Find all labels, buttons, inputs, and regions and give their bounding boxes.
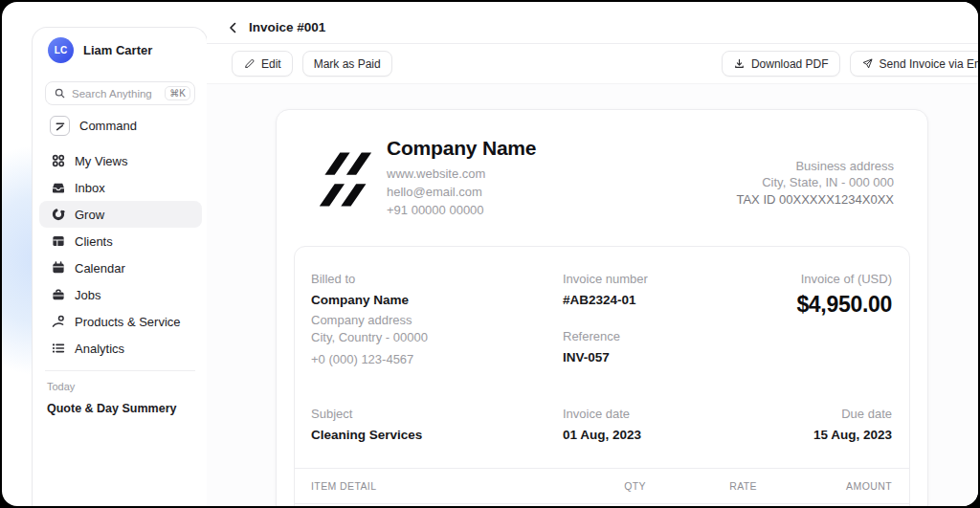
subject-value: Cleaning Services	[311, 428, 563, 442]
sidebar-item-grow[interactable]: Grow	[39, 201, 202, 228]
billed-to-block: Billed to Company Name Company address C…	[311, 272, 563, 368]
invoice-number-block: Invoice number #AB2324-01 Reference INV-…	[563, 272, 672, 368]
search-input[interactable]: Search Anything ⌘K	[45, 81, 195, 105]
due-date-value: 15 Aug, 2023	[672, 428, 892, 442]
sidebar-item-label: Clients	[75, 234, 113, 249]
sidebar-item-quote-day-summery[interactable]: Quote & Day Summery	[47, 402, 176, 415]
company-name: Company Name	[387, 137, 536, 160]
mark-as-paid-button[interactable]: Mark as Paid	[302, 51, 392, 77]
page-title: Invoice #001	[249, 20, 325, 34]
pencil-icon	[243, 57, 256, 70]
sidebar-item-label: Jobs	[75, 288, 100, 302]
sidebar-item-inbox[interactable]: Inbox	[39, 174, 202, 201]
line-items-table: ITEM DETAIL QTY RATE AMOUNT	[295, 468, 909, 504]
billed-to-address: Company address City, Country - 00000	[311, 312, 563, 346]
invoice-date-label: Invoice date	[563, 407, 672, 421]
send-icon	[861, 57, 874, 70]
button-label: Download PDF	[751, 57, 829, 71]
download-pdf-button[interactable]: Download PDF	[722, 51, 840, 77]
billed-to-name: Company Name	[311, 293, 563, 307]
calendar-icon	[51, 260, 66, 276]
reference-block: Reference INV-057	[563, 329, 672, 364]
sidebar-item-jobs[interactable]: Jobs	[39, 281, 202, 308]
sidebar-divider	[45, 370, 195, 371]
invoice-number-value: #AB2324-01	[563, 293, 672, 307]
main-area: Invoice #001 Edit Mark as Paid Download …	[207, 2, 978, 506]
reference-label: Reference	[563, 329, 672, 343]
sidebar-item-command[interactable]: Command	[50, 116, 137, 136]
sidebar-item-label: Grow	[75, 208, 104, 222]
subject-block: Subject Cleaning Services	[311, 407, 563, 442]
sidebar-item-label: Products & Service	[75, 315, 181, 329]
sidebar-item-label: My Views	[75, 154, 127, 168]
sidebar-item-label: Analytics	[75, 342, 124, 356]
subject-label: Subject	[311, 407, 563, 421]
business-address: Business address	[736, 158, 894, 174]
button-label: Send Invoice via Email	[880, 57, 978, 71]
billed-to-address-line1: Company address	[311, 312, 563, 329]
sidebar-menu: My Views Inbox Grow Clients Cale	[39, 147, 202, 362]
company-website: www.website.com	[387, 165, 536, 183]
billed-to-label: Billed to	[311, 272, 563, 286]
sidebar-item-calendar[interactable]: Calendar	[39, 254, 202, 281]
button-label: Edit	[261, 57, 281, 71]
reference-value: INV-057	[563, 350, 672, 364]
column-header-amount: AMOUNT	[757, 480, 909, 492]
back-chevron-icon[interactable]	[226, 20, 241, 35]
sidebar-item-my-views[interactable]: My Views	[39, 147, 202, 174]
billed-to-address-line2: City, Country - 00000	[311, 329, 563, 346]
company-phone: +91 00000 00000	[387, 201, 536, 219]
sidebar-item-label: Command	[79, 119, 137, 133]
invoice-date-block: Invoice date 01 Aug, 2023	[563, 407, 672, 442]
column-header-rate: RATE	[646, 480, 757, 492]
table-header-row: ITEM DETAIL QTY RATE AMOUNT	[295, 469, 909, 504]
billed-to-phone: +0 (000) 123-4567	[311, 351, 563, 368]
company-logo-icon	[317, 137, 372, 210]
invoice-total-block: Invoice of (USD) $4,950.00	[672, 272, 892, 368]
sidebar-item-clients[interactable]: Clients	[39, 228, 202, 254]
service-icon	[51, 314, 66, 329]
table-icon	[51, 233, 66, 249]
business-city: City, State, IN - 000 000	[736, 174, 894, 190]
invoice-header: Company Name www.website.com hello@email…	[294, 137, 910, 219]
invoice-total-value: $4,950.00	[672, 292, 892, 318]
company-email: hello@email.com	[387, 183, 536, 201]
avatar: LC	[48, 37, 74, 63]
grid-dots-icon	[51, 153, 66, 168]
invoice-total-label: Invoice of (USD)	[672, 272, 892, 286]
app-window: LC Liam Carter Search Anything ⌘K Comman…	[2, 2, 978, 506]
user-profile[interactable]: LC Liam Carter	[48, 37, 152, 63]
search-icon	[54, 87, 66, 99]
send-invoice-button[interactable]: Send Invoice via Email	[850, 51, 978, 77]
due-date-label: Due date	[672, 407, 892, 421]
due-date-block: Due date 15 Aug, 2023	[672, 407, 892, 442]
business-address-block: Business address City, State, IN - 000 0…	[736, 137, 910, 219]
shortcut-badge: ⌘K	[165, 86, 190, 100]
details-row-1: Billed to Company Name Company address C…	[311, 272, 892, 368]
list-icon	[51, 341, 66, 356]
invoice-date-value: 01 Aug, 2023	[563, 428, 672, 442]
toolbar: Edit Mark as Paid Download PDF Send Invo…	[207, 44, 978, 84]
details-row-2: Subject Cleaning Services Invoice date 0…	[311, 407, 892, 442]
column-header-qty: QTY	[546, 480, 646, 492]
sidebar-item-analytics[interactable]: Analytics	[39, 335, 202, 362]
content-area: Company Name www.website.com hello@email…	[207, 84, 978, 506]
loader-circle-icon	[51, 207, 66, 222]
column-header-item-detail: ITEM DETAIL	[295, 480, 546, 492]
command-logo-icon	[50, 116, 70, 136]
invoice-number-label: Invoice number	[563, 272, 672, 286]
sidebar-item-label: Calendar	[75, 261, 125, 276]
user-name: Liam Carter	[83, 43, 152, 57]
tax-id: TAX ID 00XXXXX1234X0XX	[736, 192, 894, 207]
invoice-card: Company Name www.website.com hello@email…	[276, 109, 928, 506]
button-label: Mark as Paid	[314, 57, 381, 71]
sidebar: LC Liam Carter Search Anything ⌘K Comman…	[32, 27, 208, 506]
invoice-details-panel: Billed to Company Name Company address C…	[294, 246, 910, 506]
section-label-today: Today	[47, 381, 75, 392]
edit-button[interactable]: Edit	[232, 51, 293, 77]
company-info: Company Name www.website.com hello@email…	[387, 137, 536, 219]
search-placeholder: Search Anything	[72, 88, 165, 99]
sidebar-item-products-service[interactable]: Products & Service	[39, 308, 202, 335]
download-icon	[733, 57, 746, 70]
page-header: Invoice #001	[207, 2, 978, 44]
